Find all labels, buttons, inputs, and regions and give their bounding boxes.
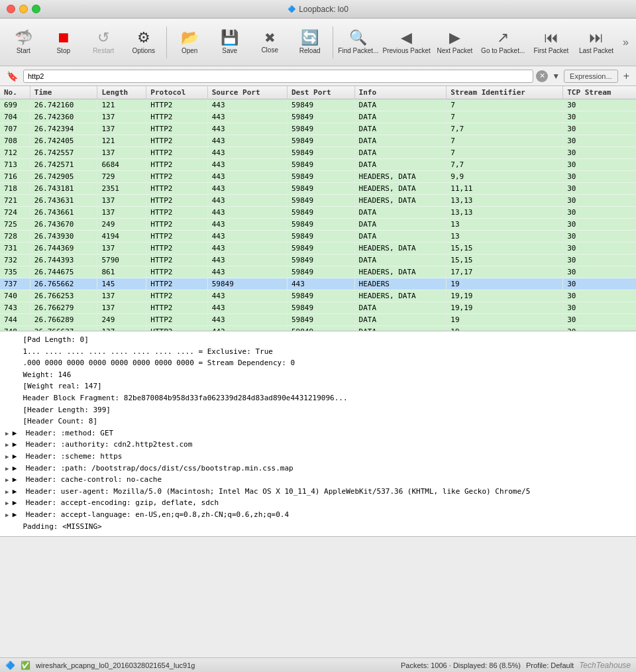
stop-button[interactable]: ⏹ Stop — [44, 21, 83, 64]
cell-stream-id: 11,11 — [447, 183, 563, 195]
packet-list[interactable]: No. Time Length Protocol Source Port Des… — [0, 86, 636, 331]
cell-no: 721 — [0, 195, 30, 207]
minimize-window-button[interactable] — [19, 5, 28, 13]
cell-info: HEADERS, DATA — [354, 183, 447, 195]
table-row[interactable]: 73526.744675861HTTP244359849HEADERS, DAT… — [0, 266, 636, 278]
detail-line[interactable]: ▶ Header: :authority: cdn2.http2test.com — [5, 439, 631, 451]
table-row[interactable]: 71326.7425716684HTTP244359849DATA7,730 — [0, 159, 636, 171]
table-row[interactable]: 74326.766279137HTTP244359849DATA19,1930 — [0, 302, 636, 314]
reload-button[interactable]: 🔄 Reload — [290, 21, 329, 64]
table-row[interactable]: 73726.765662145HTTP259849443HEADERS1930 — [0, 278, 636, 290]
filter-arrow-icon[interactable]: ▼ — [551, 72, 561, 81]
table-row[interactable]: 71626.742905729HTTP244359849HEADERS, DAT… — [0, 171, 636, 183]
table-row[interactable]: 71826.7431812351HTTP244359849HEADERS, DA… — [0, 183, 636, 195]
cell-tcp-stream: 30 — [563, 266, 636, 278]
restart-label: Restart — [93, 47, 114, 54]
cell-length: 729 — [97, 171, 146, 183]
table-row[interactable]: 70426.742360137HTTP244359849DATA730 — [0, 111, 636, 123]
options-button[interactable]: ⚙ Options — [125, 21, 164, 64]
cell-no: 713 — [0, 159, 30, 171]
cell-dst-port: 59849 — [287, 302, 354, 314]
col-length[interactable]: Length — [97, 86, 146, 99]
col-protocol[interactable]: Protocol — [146, 86, 207, 99]
table-row[interactable]: 73226.7443935790HTTP244359849DATA15,1530 — [0, 254, 636, 266]
table-row[interactable]: 71226.742557137HTTP244359849DATA730 — [0, 147, 636, 159]
bookmark-icon[interactable]: 🔖 — [4, 71, 21, 82]
col-src-port[interactable]: Source Port — [207, 86, 287, 99]
cell-time: 26.742160 — [30, 99, 97, 111]
cell-tcp-stream: 30 — [563, 278, 636, 290]
table-row[interactable]: 72426.743661137HTTP244359849DATA13,1330 — [0, 207, 636, 219]
table-row[interactable]: 74026.766253137HTTP244359849HEADERS, DAT… — [0, 290, 636, 302]
close-window-button[interactable] — [7, 5, 15, 13]
table-row[interactable]: 72826.7439304194HTTP244359849DATA1330 — [0, 231, 636, 243]
cell-dst-port: 59849 — [287, 207, 354, 219]
window-title: 🔷 Loopback: lo0 — [288, 5, 348, 14]
go-to-packet-button[interactable]: ↗ Go to Packet... — [478, 21, 527, 64]
detail-line[interactable]: ▶ Header: :method: GET — [5, 427, 631, 439]
cell-info: DATA — [354, 254, 447, 266]
first-packet-label: First Packet — [534, 47, 569, 54]
next-packet-button[interactable]: ▶ Next Packet — [433, 21, 476, 64]
cell-info: DATA — [354, 159, 447, 171]
cell-time: 26.766289 — [30, 314, 97, 326]
cell-time: 26.744369 — [30, 243, 97, 254]
table-row[interactable]: 69926.742160121HTTP244359849DATA730 — [0, 99, 636, 111]
table-row[interactable]: 72526.743670249HTTP244359849DATA1330 — [0, 219, 636, 231]
cell-dst-port: 59849 — [287, 147, 354, 159]
restart-button[interactable]: ↺ Restart — [84, 21, 123, 64]
first-packet-button[interactable]: ⏮ First Packet — [529, 21, 573, 64]
toolbar-expand-button[interactable]: » — [619, 21, 632, 64]
detail-line[interactable]: ▶ Header: :scheme: https — [5, 451, 631, 463]
maximize-window-button[interactable] — [32, 5, 40, 13]
col-no[interactable]: No. — [0, 86, 30, 99]
previous-packet-button[interactable]: ◀ Previous Packet — [382, 21, 431, 64]
filterbar: 🔖 ✕ ▼ Expression... + — [0, 66, 636, 86]
cell-dst-port: 59849 — [287, 99, 354, 111]
go-to-packet-icon: ↗ — [497, 30, 509, 45]
table-row[interactable]: 74826.766627137HTTP244359849DATA1930 — [0, 326, 636, 332]
expression-button[interactable]: Expression... — [564, 70, 618, 83]
cell-no: 708 — [0, 135, 30, 147]
previous-packet-label: Previous Packet — [383, 47, 431, 54]
table-row[interactable]: 73126.744369137HTTP244359849HEADERS, DAT… — [0, 243, 636, 254]
cell-length: 4194 — [97, 231, 146, 243]
col-stream-id[interactable]: Stream Identifier — [447, 86, 563, 99]
start-button[interactable]: 🦈 Start — [4, 21, 43, 64]
table-row[interactable]: 74426.766289249HTTP244359849DATA1930 — [0, 314, 636, 326]
cell-stream-id: 19,19 — [447, 290, 563, 302]
col-tcp-stream[interactable]: TCP Stream — [563, 86, 636, 99]
detail-line[interactable]: ▶ Header: cache-control: no-cache — [5, 474, 631, 486]
col-time[interactable]: Time — [30, 86, 97, 99]
table-row[interactable]: 70726.742394137HTTP244359849DATA7,730 — [0, 123, 636, 135]
cell-protocol: HTTP2 — [146, 290, 207, 302]
open-icon: 📂 — [181, 30, 199, 45]
col-dst-port[interactable]: Dest Port — [287, 86, 354, 99]
close-capture-button[interactable]: ✖ Close — [250, 21, 290, 64]
filter-input[interactable] — [23, 70, 533, 83]
detail-line[interactable]: ▶ Header: accept-encoding: gzip, deflate… — [5, 497, 631, 509]
detail-line[interactable]: ▶ Header: :path: /bootstrap/docs/dist/cs… — [5, 463, 631, 475]
table-row[interactable]: 72126.743631137HTTP244359849HEADERS, DAT… — [0, 195, 636, 207]
cell-no: 707 — [0, 123, 30, 135]
cell-protocol: HTTP2 — [146, 171, 207, 183]
cell-tcp-stream: 30 — [563, 219, 636, 231]
open-button[interactable]: 📂 Open — [170, 21, 209, 64]
window-controls — [7, 5, 40, 13]
detail-line[interactable]: ▶ Header: accept-language: en-US,en;q=0.… — [5, 509, 631, 521]
col-info[interactable]: Info — [354, 86, 447, 99]
find-packet-button[interactable]: 🔍 Find Packet... — [337, 21, 380, 64]
last-packet-icon: ⏭ — [589, 30, 604, 45]
cell-time: 26.765662 — [30, 278, 97, 290]
cell-no: 699 — [0, 99, 30, 111]
add-filter-button[interactable]: + — [621, 70, 632, 82]
save-button[interactable]: 💾 Save — [210, 21, 249, 64]
cell-stream-id: 13 — [447, 219, 563, 231]
detail-line[interactable]: ▶ Header: user-agent: Mozilla/5.0 (Macin… — [5, 486, 631, 498]
cell-time: 26.744675 — [30, 266, 97, 278]
last-packet-button[interactable]: ⏭ Last Packet — [574, 21, 618, 64]
filter-clear-button[interactable]: ✕ — [536, 70, 548, 82]
cell-length: 137 — [97, 195, 146, 207]
table-row[interactable]: 70826.742405121HTTP244359849DATA730 — [0, 135, 636, 147]
cell-length: 137 — [97, 243, 146, 254]
